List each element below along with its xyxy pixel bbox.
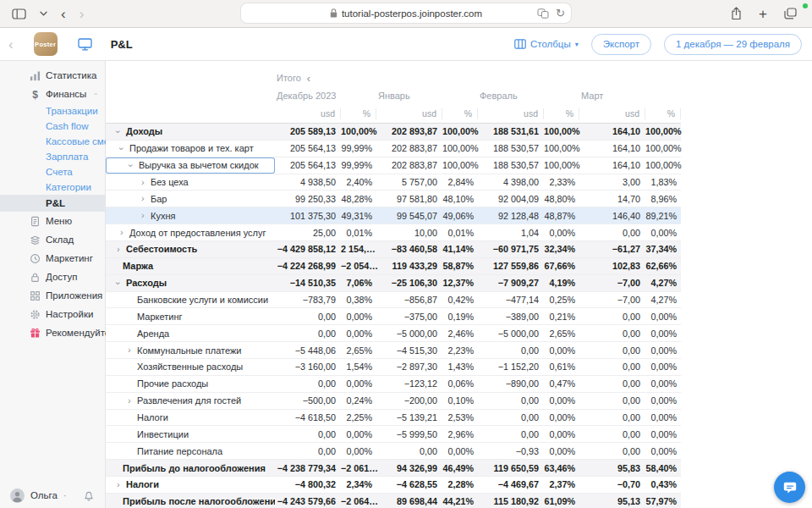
cell-percent: 0,01% <box>442 228 478 238</box>
cell-percent: 0,00% <box>544 345 579 356</box>
bell-icon[interactable] <box>83 489 95 501</box>
sidebar-item-recommend[interactable]: Рекомендуйте Poster <box>0 323 105 342</box>
row-label-cell[interactable]: ›Кухня <box>106 207 275 224</box>
chevron-right-icon[interactable]: › <box>120 228 123 237</box>
row-label-cell[interactable]: ›Налоги <box>106 477 275 493</box>
sidebar-subitem-categories[interactable]: Категории <box>0 179 105 195</box>
chevron-right-icon[interactable]: › <box>128 345 131 355</box>
cell-usd: 89 698,44 <box>376 496 442 506</box>
chevron-down-icon[interactable]: › <box>113 281 123 284</box>
display-icon[interactable] <box>78 38 92 51</box>
row-label-cell[interactable]: ›Продажи товаров и тех. карт <box>106 141 275 157</box>
sidebar-item-settings[interactable]: Настройки <box>0 305 105 323</box>
poster-logo[interactable]: Poster <box>34 32 58 56</box>
sidebar-item-access[interactable]: Доступ <box>0 268 105 286</box>
cell-percent: 48,28% <box>341 194 376 204</box>
table-row: ›Коммунальные платежи−5 448,062,65%−4 51… <box>106 342 681 359</box>
unit-percent-header: % <box>442 108 478 119</box>
row-label-cell[interactable]: ›Бар <box>106 190 275 207</box>
chevron-down-icon[interactable]: › <box>126 163 135 167</box>
sidebar-item-marketing[interactable]: Маркетинг <box>0 249 105 268</box>
back-chevron-icon[interactable]: ‹ <box>8 37 14 52</box>
cell-usd: 95,13 <box>579 496 645 506</box>
sidebar-item-menu[interactable]: Меню <box>0 212 105 230</box>
cell-percent: 2,37% <box>544 479 579 489</box>
row-label-cell[interactable]: Прибыль до налогообложения <box>106 460 275 476</box>
cell-percent: −2 061… <box>341 463 376 473</box>
chevron-right-icon[interactable]: › <box>141 178 145 187</box>
chevron-right-icon[interactable]: › <box>117 245 120 254</box>
row-label-cell[interactable]: ›Себестоимость <box>106 241 275 257</box>
sidebar-subitem-transactions[interactable]: Транзакции <box>0 103 105 119</box>
chevron-down-icon[interactable] <box>40 11 47 16</box>
row-label: Прибыль после налогообложения <box>123 496 275 506</box>
cell-usd: 164,10 <box>579 143 645 153</box>
share-icon[interactable] <box>731 7 742 20</box>
row-label-cell[interactable]: ›Выручка за вычетом скидок <box>106 157 275 174</box>
row-label: Расходы <box>126 278 167 288</box>
cell-percent: 0,00% <box>645 312 681 322</box>
row-label-cell[interactable]: ›Доход от предоставления услуг <box>106 224 275 240</box>
row-label-cell[interactable]: Налоги <box>106 410 275 426</box>
collapse-total-icon[interactable]: ‹ <box>307 72 310 85</box>
date-range-button[interactable]: 1 декабря — 29 февраля <box>664 34 802 55</box>
sidebar-subitem-salary[interactable]: Зарплата <box>0 149 105 164</box>
chevron-right-icon[interactable]: › <box>141 211 145 220</box>
tabs-overview-icon[interactable] <box>784 8 797 19</box>
chevron-down-icon[interactable]: › <box>117 146 126 150</box>
cell-percent: 100,00% <box>442 126 478 136</box>
row-label-cell[interactable]: Инвестиции <box>106 426 275 442</box>
row-label-cell[interactable]: ›Расходы <box>106 275 275 291</box>
translate-icon[interactable] <box>537 8 549 19</box>
address-bar[interactable]: tutorial-posterpos.joinposter.com ↻ <box>241 3 571 23</box>
row-label-cell[interactable]: ›Без цеха <box>106 174 275 190</box>
sidebar-item-statistics[interactable]: Статистика <box>0 66 105 85</box>
chat-launcher-button[interactable] <box>774 472 805 503</box>
sidebar-toggle-icon[interactable] <box>12 8 26 19</box>
cell-usd: −25 106,30 <box>376 278 442 288</box>
row-label-cell[interactable]: Маркетинг <box>106 308 275 324</box>
cell-usd: −83 460,58 <box>376 244 442 254</box>
back-icon[interactable]: ‹ <box>61 7 66 21</box>
sidebar-item-applications[interactable]: Приложения <box>0 286 105 305</box>
cell-usd: 0,00 <box>275 446 341 456</box>
cell-percent: 0,00% <box>341 329 376 339</box>
chevron-right-icon[interactable]: › <box>141 194 145 203</box>
row-label-cell[interactable]: ›Доходы <box>106 124 275 140</box>
row-label-cell[interactable]: Банковские услуги и комиссии <box>106 292 275 308</box>
cell-usd: −5 448,06 <box>275 345 341 356</box>
sidebar-subitem-pl[interactable]: P&L <box>0 195 105 212</box>
sidebar-item-finance[interactable]: $Финансы› <box>0 85 105 103</box>
sidebar-subitem-cash-shifts[interactable]: Кассовые смены <box>0 134 105 149</box>
chevron-down-icon[interactable]: › <box>113 130 123 134</box>
chevron-right-icon[interactable]: › <box>128 396 131 406</box>
cell-percent: 4,27% <box>645 278 681 288</box>
sidebar-item-warehouse[interactable]: Склад <box>0 230 105 249</box>
cell-usd: −5 139,21 <box>376 412 442 422</box>
columns-button[interactable]: Столбцы ▾ <box>514 39 579 49</box>
sidebar-subitem-cash-flow[interactable]: Cash flow <box>0 119 105 134</box>
row-label-cell[interactable]: Питание персонала <box>106 443 275 459</box>
row-label: Аренда <box>137 329 169 339</box>
reload-icon[interactable]: ↻ <box>556 7 565 19</box>
months-header-row: Декабрь 2023ЯнварьФевральМарт <box>106 86 681 104</box>
row-label-cell[interactable]: Прочие расходы <box>106 376 275 392</box>
row-label-cell[interactable]: Прибыль после налогообложения <box>106 494 275 508</box>
chevron-right-icon[interactable]: › <box>117 480 120 489</box>
sidebar-item-label: Доступ <box>46 272 77 282</box>
export-button[interactable]: Экспорт <box>591 34 651 55</box>
row-label-cell[interactable]: ›Коммунальные платежи <box>106 342 275 358</box>
new-tab-icon[interactable]: + <box>759 7 767 21</box>
table-row: ›Выручка за вычетом скидок205 564,1399,9… <box>106 157 681 174</box>
cell-percent: 89,21% <box>645 211 681 221</box>
table-row: ›Себестоимость−4 429 858,122 154,…−83 46… <box>106 241 681 258</box>
cell-usd: 92 128,48 <box>478 211 544 221</box>
user-menu[interactable]: Ольга · <box>0 481 105 508</box>
row-label-cell[interactable]: Хозяйственные расходы <box>106 359 275 375</box>
row-label-cell[interactable]: Аренда <box>106 325 275 341</box>
row-label-cell[interactable]: Маржа <box>106 258 275 274</box>
row-label-cell[interactable]: ›Развлечения для гостей <box>106 393 275 409</box>
cell-percent: 0,24% <box>341 395 376 406</box>
forward-icon[interactable]: › <box>80 7 85 21</box>
sidebar-subitem-accounts[interactable]: Счета <box>0 164 105 179</box>
